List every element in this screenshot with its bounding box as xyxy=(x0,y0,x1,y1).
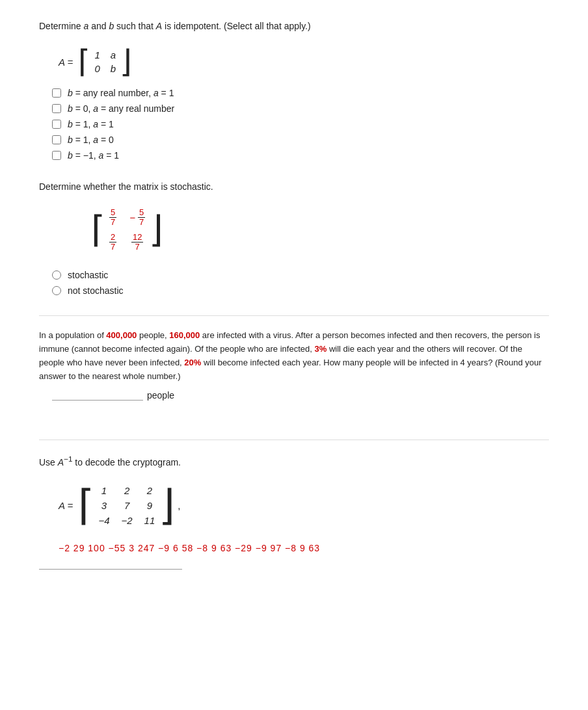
section-idempotent: Determine a and b such that A is idempot… xyxy=(39,20,549,161)
matrix-stochastic: ⌈ 5 7 − 5 7 2 7 xyxy=(91,207,163,253)
section-divider-1 xyxy=(39,315,549,316)
matrix-content-A: 1 a 0 b xyxy=(90,48,120,75)
crypto-answer-row[interactable] xyxy=(39,559,549,570)
not-stochastic-radio[interactable] xyxy=(52,286,61,295)
option-5-checkbox[interactable] xyxy=(52,151,61,160)
matrix-label-A: A = xyxy=(59,57,73,68)
cell-1-1: 1 xyxy=(94,49,100,60)
A3-r1c1: 1 xyxy=(98,485,109,496)
matrix-A3-label: A = xyxy=(59,500,73,511)
option-4-row[interactable]: b = 1, a = 0 xyxy=(52,135,549,145)
stoch-cell-1-2: − 5 7 xyxy=(129,208,145,228)
population-paragraph: In a population of 400,000 people, 160,0… xyxy=(39,329,549,383)
frac-5-7-a: 5 7 xyxy=(109,208,116,228)
A3-r3c3: 11 xyxy=(144,515,155,526)
not-stochastic-label: not stochastic xyxy=(68,285,124,296)
option-3-row[interactable]: b = 1, a = 1 xyxy=(52,119,549,129)
frac-12-7: 12 7 xyxy=(131,233,143,252)
option-1-checkbox[interactable] xyxy=(52,88,61,98)
section2-title: Determine whether the matrix is stochast… xyxy=(39,180,549,194)
population-answer-row[interactable]: people xyxy=(52,389,549,401)
stochastic-option-row[interactable]: stochastic xyxy=(52,270,549,280)
section-cryptogram: Use A−1 to decode the cryptogram. A = ⌈ … xyxy=(39,453,549,570)
option-3-label: b = 1, a = 1 xyxy=(68,119,114,129)
crypto-sequence: −2 29 100 −55 3 247 −9 6 58 −8 9 63 −29 … xyxy=(59,543,549,553)
stoch-bracket-left: ⌈ xyxy=(91,213,105,246)
section-divider-2 xyxy=(39,440,549,440)
comma: , xyxy=(178,500,180,511)
option-4-checkbox[interactable] xyxy=(52,135,61,144)
option-2-row[interactable]: b = 0, a = any real number xyxy=(52,103,549,114)
stochastic-radio[interactable] xyxy=(52,270,61,280)
option-5-row[interactable]: b = −1, a = 1 xyxy=(52,150,549,161)
option-2-label: b = 0, a = any real number xyxy=(68,103,174,114)
bracket-left: ⌈ xyxy=(78,46,90,77)
A3-bracket-left: ⌈ xyxy=(78,486,94,525)
A3-r1c2: 2 xyxy=(122,485,133,496)
A3-r3c2: −2 xyxy=(122,515,133,526)
section-stochastic: Determine whether the matrix is stochast… xyxy=(39,180,549,296)
option-2-checkbox[interactable] xyxy=(52,104,61,113)
population-answer-input[interactable] xyxy=(52,389,143,401)
cell-1-2: a xyxy=(111,49,116,60)
option-5-label: b = −1, a = 1 xyxy=(68,150,119,161)
not-stochastic-option-row[interactable]: not stochastic xyxy=(52,285,549,296)
stoch-cell-2-1: 2 7 xyxy=(109,233,116,252)
cell-2-2: b xyxy=(111,63,116,74)
stoch-cell-2-2: 12 7 xyxy=(129,233,145,252)
matrix-A: A = ⌈ 1 a 0 b ⌋ xyxy=(59,46,132,77)
frac-5-7-b: 5 7 xyxy=(138,208,145,228)
A3-content: 1 2 2 3 7 9 −4 −2 11 xyxy=(94,484,159,527)
option-4-label: b = 1, a = 0 xyxy=(68,135,114,145)
frac-2-7: 2 7 xyxy=(109,233,116,252)
stoch-bracket-right: ⌋ xyxy=(149,213,163,246)
stochastic-label: stochastic xyxy=(68,270,108,280)
bracket-right: ⌋ xyxy=(120,46,132,77)
matrix-A3: A = ⌈ 1 2 2 3 7 9 −4 −2 11 ⌋ , xyxy=(59,484,180,527)
A3-r2c1: 3 xyxy=(98,500,109,511)
A3-r2c3: 9 xyxy=(144,500,155,511)
cell-2-1: 0 xyxy=(94,63,100,74)
option-1-label: b = any real number, a = 1 xyxy=(68,88,174,98)
A3-r1c3: 2 xyxy=(144,485,155,496)
section1-title: Determine a and b such that A is idempot… xyxy=(39,20,549,33)
A3-r3c1: −4 xyxy=(98,515,109,526)
option-1-row[interactable]: b = any real number, a = 1 xyxy=(52,88,549,98)
population-answer-label: people xyxy=(147,390,174,401)
stoch-cell-1-1: 5 7 xyxy=(109,208,116,228)
A3-r2c2: 7 xyxy=(122,500,133,511)
section-population: In a population of 400,000 people, 160,0… xyxy=(39,329,549,401)
stoch-matrix-content: 5 7 − 5 7 2 7 12 7 xyxy=(105,207,149,253)
crypto-answer-input[interactable] xyxy=(39,559,182,570)
A3-bracket-right: ⌋ xyxy=(159,486,175,525)
option-3-checkbox[interactable] xyxy=(52,120,61,129)
section4-title: Use A−1 to decode the cryptogram. xyxy=(39,453,549,469)
